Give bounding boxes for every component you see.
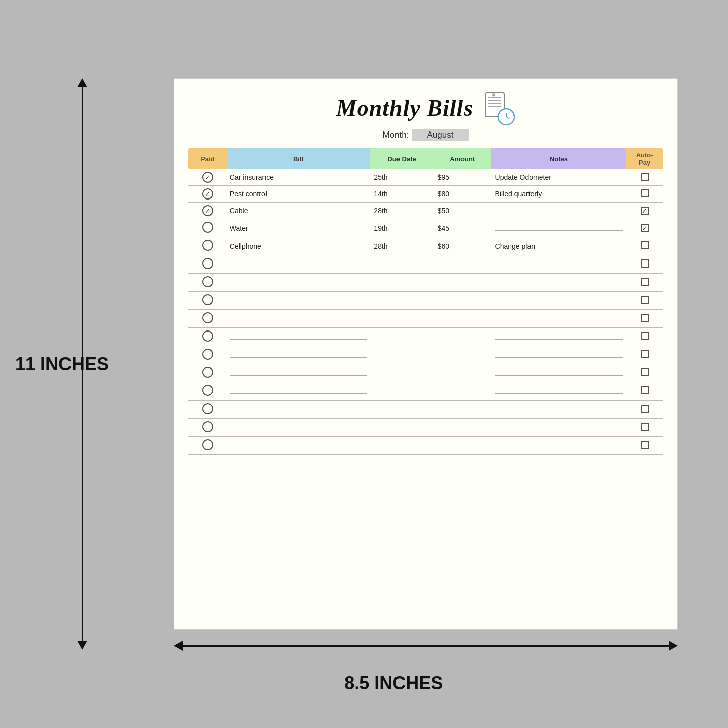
cell-autopay: [626, 292, 663, 310]
cell-amount: [434, 364, 491, 382]
cell-amount: [434, 382, 491, 401]
cell-paid: [188, 364, 227, 382]
autopay-checkbox-empty[interactable]: [641, 278, 649, 286]
empty-circle[interactable]: [202, 312, 213, 323]
cell-bill: [227, 419, 370, 437]
table-row: [188, 419, 663, 437]
cell-bill: Pest control: [227, 186, 370, 203]
autopay-checkbox-empty[interactable]: [641, 314, 649, 322]
empty-circle[interactable]: [202, 421, 213, 432]
cell-bill: [227, 255, 370, 274]
cell-autopay: [626, 437, 663, 455]
horizontal-dimension-label: 8.5 INCHES: [344, 673, 443, 694]
empty-circle[interactable]: [202, 276, 213, 287]
arrow-head-up: [77, 78, 87, 87]
cell-amount: $45: [434, 219, 491, 237]
table-row: [188, 437, 663, 455]
th-duedate: Due Date: [370, 148, 433, 169]
cell-duedate: 28th: [370, 237, 433, 255]
cell-notes: [491, 219, 627, 237]
empty-circle[interactable]: [202, 403, 213, 414]
autopay-checkbox-empty[interactable]: [641, 405, 649, 413]
cell-bill: [227, 274, 370, 292]
autopay-checkbox-empty[interactable]: [641, 173, 649, 181]
cell-amount: [434, 292, 491, 310]
empty-circle[interactable]: [202, 240, 213, 251]
cell-amount: [434, 328, 491, 346]
bill-clock-icon: $: [481, 91, 515, 125]
autopay-checkbox-empty[interactable]: [641, 368, 649, 376]
cell-autopay: ✓: [626, 219, 663, 237]
autopay-checkbox-empty[interactable]: [641, 332, 649, 340]
cell-duedate: [370, 437, 433, 455]
empty-circle[interactable]: [202, 222, 213, 233]
arrow-head-right: [669, 641, 678, 651]
cell-amount: $80: [434, 186, 491, 203]
cell-notes: [491, 382, 627, 401]
autopay-checkbox-checked[interactable]: ✓: [641, 224, 649, 232]
autopay-checkbox-empty[interactable]: [641, 241, 649, 249]
table-row: ✓Pest control14th$80Billed quarterly: [188, 186, 663, 203]
empty-circle[interactable]: [202, 385, 213, 396]
arrow-head-left: [174, 641, 183, 651]
document-header: Monthly Bills $: [188, 91, 663, 125]
cell-duedate: [370, 274, 433, 292]
document-paper: Monthly Bills $ Mon: [174, 78, 678, 630]
table-row: [188, 364, 663, 382]
cell-autopay: ✓: [626, 203, 663, 219]
cell-paid: ✓: [188, 203, 227, 219]
cell-amount: $60: [434, 237, 491, 255]
cell-bill: [227, 310, 370, 328]
check-circle[interactable]: ✓: [202, 205, 213, 216]
autopay-checkbox-checked[interactable]: ✓: [641, 207, 649, 215]
cell-duedate: [370, 382, 433, 401]
cell-paid: [188, 237, 227, 255]
cell-paid: [188, 437, 227, 455]
cell-paid: [188, 382, 227, 401]
cell-bill: [227, 382, 370, 401]
cell-amount: [434, 346, 491, 364]
check-circle[interactable]: ✓: [202, 188, 213, 200]
check-circle[interactable]: ✓: [202, 172, 213, 183]
table-row: [188, 401, 663, 419]
cell-duedate: [370, 419, 433, 437]
cell-bill: [227, 292, 370, 310]
cell-paid: [188, 401, 227, 419]
empty-circle[interactable]: [202, 349, 213, 360]
empty-circle[interactable]: [202, 439, 213, 450]
th-autopay: Auto-Pay: [626, 148, 663, 169]
cell-notes: [491, 310, 627, 328]
month-label: Month:: [383, 130, 409, 140]
cell-autopay: [626, 382, 663, 401]
empty-circle[interactable]: [202, 330, 213, 342]
horizontal-dimension-arrow: [174, 638, 678, 653]
autopay-checkbox-empty[interactable]: [641, 189, 649, 197]
cell-autopay: [626, 274, 663, 292]
cell-paid: [188, 274, 227, 292]
table-row: [188, 328, 663, 346]
autopay-checkbox-empty[interactable]: [641, 296, 649, 304]
document-title: Monthly Bills: [336, 95, 473, 121]
autopay-checkbox-empty[interactable]: [641, 423, 649, 431]
table-row: [188, 255, 663, 274]
cell-duedate: [370, 310, 433, 328]
autopay-checkbox-empty[interactable]: [641, 441, 649, 449]
cell-bill: Cellphone: [227, 237, 370, 255]
table-row: Water19th$45✓: [188, 219, 663, 237]
cell-autopay: [626, 346, 663, 364]
autopay-checkbox-empty[interactable]: [641, 386, 649, 394]
empty-circle[interactable]: [202, 258, 213, 269]
empty-circle[interactable]: [202, 367, 213, 378]
th-amount: Amount: [434, 148, 491, 169]
month-value: August: [412, 129, 469, 141]
autopay-checkbox-empty[interactable]: [641, 259, 649, 268]
cell-notes: [491, 274, 627, 292]
cell-bill: [227, 437, 370, 455]
empty-circle[interactable]: [202, 294, 213, 305]
cell-autopay: [626, 186, 663, 203]
cell-autopay: [626, 310, 663, 328]
cell-duedate: 14th: [370, 186, 433, 203]
autopay-checkbox-empty[interactable]: [641, 350, 649, 358]
cell-notes: [491, 364, 627, 382]
cell-paid: [188, 346, 227, 364]
